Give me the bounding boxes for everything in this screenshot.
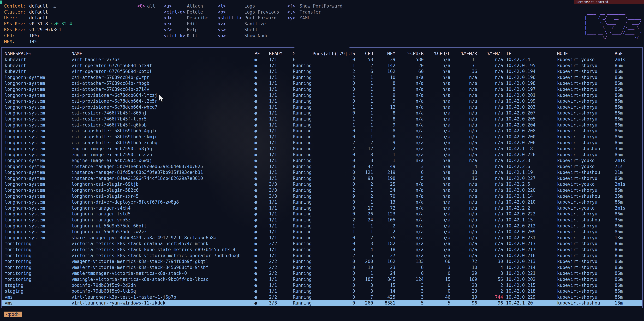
table-row[interactable]: longhorn-systemlonghorn-manager-vmp5z●1/… [2,217,642,223]
cell: longhorn-system [3,122,72,128]
cell: Running [293,140,333,146]
table-row[interactable]: stagingpodinfo-79db68f5c9-lkb6q●1/1Runni… [2,288,642,294]
table-row[interactable]: longhorn-systemcsi-provisioner-6c78dcb66… [2,98,642,104]
cell: Running [293,110,333,116]
cell: n/a [477,164,503,170]
cell: 0 [333,199,355,205]
table-row[interactable]: vmsvirt-launcher-k3s-test-1-master-1-j6p… [2,294,642,300]
cell: n/a [424,223,450,229]
pf-ok-icon: ● [253,235,269,241]
cell: 24 [373,270,396,276]
table-row[interactable]: monitoringvmagent-victoria-metrics-k8s-s… [2,258,642,264]
table-row[interactable]: monitoringvmsingle-victoria-metrics-k8s-… [2,276,642,282]
cell: 86m [613,152,642,158]
table-row[interactable]: longhorn-systemengine-image-ei-acb7590c-… [2,158,642,164]
table-row[interactable]: longhorn-systemcsi-provisioner-6c78dcb66… [2,92,642,98]
cell: 2m1s [613,158,642,164]
cell: 2 [477,282,503,288]
table-row[interactable]: vmsvirt-launcher-ryan-windows-11-zkdqk●3… [2,300,642,306]
cell: 10.42.0.199 [503,98,555,104]
table-row[interactable]: monitoringvmalertmanager-victoria-metric… [2,270,642,276]
cell: kubevirt [3,63,72,69]
cell: 86m [613,253,642,259]
pf-ok-icon: ● [253,116,269,122]
cell: 0 [333,205,355,211]
cell: longhorn-system [3,98,72,104]
cell: 1 [355,86,373,92]
cell: 4 [355,247,373,253]
menu-key: <d> [164,15,187,21]
table-row[interactable]: kubevirtvirt-operator-6776f5689d-5zx9t●1… [2,63,642,69]
cell: kubevirt-youko [555,205,613,211]
menu-label: Logs Previous [244,10,279,15]
cell: longhorn-system [3,217,72,223]
table-row[interactable]: longhorn-systemcsi-attacher-57689cc84b-r… [2,80,642,86]
table-row[interactable]: longhorn-systemcsi-attacher-57689cc84b-z… [2,86,642,92]
table-row[interactable]: monitoringvmalert-victoria-metrics-k8s-s… [2,264,642,270]
table-row[interactable]: stagingpodinfo-79db68f5c9-2d2dn●1/1Runni… [2,282,642,288]
table-row[interactable]: longhorn-systeminstance-manager-5bc01eeb… [2,164,642,170]
cell: Running [293,164,333,170]
cell: 123 [373,211,396,217]
cell: 2/2 [269,264,293,270]
cell: 10.42.0.201 [503,92,555,98]
table-row[interactable]: longhorn-systemcsi-provisioner-6c78dcb66… [2,104,642,110]
table-row[interactable]: longhorn-systemcsi-resizer-7466f7b45f-q6… [2,122,642,128]
table-row[interactable]: monitoringvictoria-metrics-k8s-stack-vic… [2,253,642,259]
table-row[interactable]: longhorn-systemlonghorn-manager-tsld5●1/… [2,211,642,217]
pf-ok-icon: ● [253,247,269,253]
table-row[interactable]: monitoringvictoria-metrics-k8s-stack-kub… [2,247,642,253]
cell: victoria-metrics-k8s-stack-victoria-metr… [72,253,253,259]
table-row[interactable]: longhorn-systemcsi-attacher-57689cc84b-g… [2,75,642,81]
cell: vmagent-victoria-metrics-k8s-stack-7794f… [72,258,253,264]
table-row[interactable]: longhorn-systemshare-manager-pvc-4bbd842… [2,235,642,241]
table-row[interactable]: longhorn-systemlonghorn-csi-plugin-sxr45… [2,193,642,199]
table-row[interactable]: longhorn-systemlonghorn-ui-56d9b575dc-66… [2,223,642,229]
table-row[interactable]: longhorn-systemlonghorn-csi-plugin-69tjb… [2,181,642,187]
cell: 1/1 [269,98,293,104]
table-row[interactable]: longhorn-systemcsi-snapshotter-58bf69fbd… [2,128,642,134]
cell: 10.42.1.19 [503,169,555,175]
table-row[interactable]: longhorn-systemlonghorn-ui-56d9b575dc-zw… [2,229,642,235]
cell: kubevirt-shoryu [555,199,613,205]
cell: 10.42.0.222 [503,211,555,217]
cell: 56 [477,276,503,282]
table-row[interactable]: longhorn-systemlonghorn-manager-s4ch4●1/… [2,205,642,211]
cell: csi-provisioner-6c78dcb664-whcq7 [72,104,253,110]
menu-label: Port-Forward [244,15,276,21]
cell: csi-attacher-57689cc84b-gwzpr [72,75,253,81]
table-row[interactable]: longhorn-systemcsi-snapshotter-58bf69fbd… [2,134,642,140]
table-row[interactable]: longhorn-systemcsi-resizer-7466f7b45f-lt… [2,116,642,122]
cell: n/a [396,217,424,223]
cell: 1 [355,122,373,128]
cell: n/a [450,223,477,229]
table-row[interactable]: longhorn-systemcsi-snapshotter-58bf69fbd… [2,140,642,146]
cell: n/a [477,63,503,69]
cell: 10.42.0.205 [503,116,555,122]
cell: n/a [424,193,450,199]
cell: kubevirt-shoryu [555,235,613,241]
table-row[interactable]: longhorn-systeminstance-manager-84ae2159… [2,175,642,181]
cell: n/a [450,211,477,217]
cell: 2 [333,253,355,259]
cell: vmalertmanager-victoria-metrics-k8s-stac… [72,270,253,276]
cell: 86m [613,128,642,134]
table-row[interactable]: longhorn-systemengine-image-ei-acb7590c-… [2,152,642,158]
table-row[interactable]: kubevirtvirt-operator-6776f5689d-xbtxl●1… [2,69,642,75]
pf-ok-icon: ● [253,223,269,229]
cell: 0 [333,80,355,86]
table-row[interactable]: longhorn-systemengine-image-ei-acb7590c-… [2,146,642,152]
table-row[interactable]: monitoringvictoria-metrics-k8s-stack-gra… [2,241,642,247]
cell: 8 [373,86,396,92]
cell: 66 [424,258,450,264]
cell: 0 [333,211,355,217]
cell: victoria-metrics-k8s-stack-kube-state-me… [72,247,253,253]
menu-item-describe: <d>Describe [164,15,208,21]
table-row[interactable]: longhorn-systemlonghorn-csi-plugin-582c6… [2,187,642,193]
table-row[interactable]: longhorn-systemlonghorn-driver-deployer-… [2,199,642,205]
table-row[interactable]: longhorn-systeminstance-manager-81fd5a40… [2,169,642,175]
cell: 36 [450,69,477,75]
cell: 9 [373,98,396,104]
cell: 86m [613,229,642,235]
table-row[interactable]: longhorn-systemcsi-resizer-7466f7b45f-86… [2,110,642,116]
